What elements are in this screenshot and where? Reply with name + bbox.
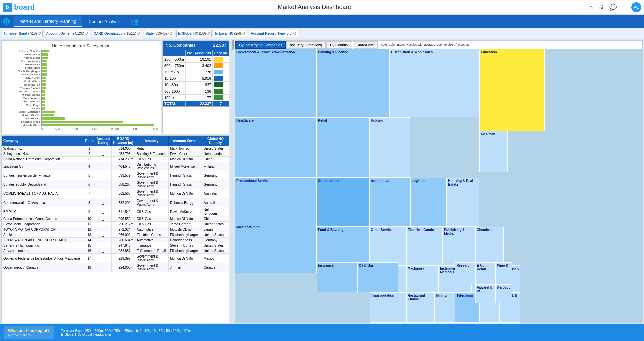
treemap-cell[interactable]: Healthcare — [235, 117, 317, 178]
treemap-cell[interactable]: Publishing & Media — [443, 227, 475, 265]
scrollbar[interactable] — [231, 39, 233, 324]
filter-turnover-refresh[interactable]: ↺ — [38, 31, 41, 36]
treemap-cell[interactable]: Housing & Real Estate — [447, 178, 479, 227]
filter-local-hq[interactable]: Is Local HQ(2/4) ↺ — [214, 30, 247, 37]
treemap-cell[interactable]: E-Comm Retail — [475, 262, 496, 284]
treemap-cell[interactable]: Logistics — [410, 178, 447, 227]
table-row: Berkshire Hathaway Inc. 15 _ 247.840m In… — [2, 243, 229, 248]
treemap-cell[interactable]: Wine & T — [496, 262, 512, 284]
nav-tab-market[interactable]: Market and Territory Planning — [14, 16, 82, 27]
treemap-cell[interactable]: Electrical Goods — [406, 227, 443, 265]
active-filters-text: Turnover Band: 250m-500m, 500m-750m, 750… — [61, 329, 640, 336]
filter-account-record-refresh[interactable]: ↺ — [293, 31, 297, 36]
table-row: Exxon Mobil Corporation 11 _ 290.212m Oi… — [2, 222, 229, 227]
treemap-cell[interactable]: Other Services — [370, 227, 406, 265]
treemap-cell[interactable]: Chemicals — [475, 227, 504, 265]
filter-owner-refresh[interactable]: ↺ — [85, 31, 88, 36]
treemap-cell[interactable]: Retail — [317, 117, 370, 178]
table-row: Commonwealth Of Australia 8 _ 332.209m G… — [2, 198, 229, 207]
table-row: BP P.L.C. 9 _ 311.542m Oil & Gas David M… — [2, 207, 229, 216]
table-row: Apple Inc. 13 _ 266.000m Electrical Good… — [2, 232, 229, 238]
table-row: Government of Canada 18 _ 224.000m Gover… — [2, 263, 229, 272]
treemap-tab-country[interactable]: By Country — [326, 41, 352, 49]
table-row: VOLKSWAGEN AKTIENGESELLSCHAFT 14 _ 260.6… — [2, 238, 229, 243]
user-avatar[interactable]: PC — [631, 2, 641, 12]
logo-b-icon: b — [3, 3, 12, 12]
navbar: 🌐 Market and Territory Planning Contact … — [0, 15, 644, 28]
treemap-tab-industry[interactable]: By Industry Nr Companies — [235, 41, 286, 49]
nav-tab-contact[interactable]: Contact Analysis — [83, 16, 126, 27]
data-table-panel: Company Rank Account Rating BOARD Revenu… — [1, 135, 229, 323]
page-title: Market Analysis Dashboard — [40, 4, 589, 11]
treemap-tabs: By Industry Nr Companies Industry (Datav… — [235, 41, 642, 49]
table-row: COMMONWEALTH OF AUSTRALIA 7 _ 362.565m G… — [2, 189, 229, 198]
filter-account-owner[interactable]: Account Owner(94/128) ↺ — [45, 30, 90, 37]
treemap-cell[interactable]: Apparel & W — [475, 284, 496, 303]
filter-turnover[interactable]: Turnover Band(7/10) ↺ — [2, 30, 43, 37]
treemap-cell[interactable]: Construction — [317, 178, 370, 227]
col-header-legend: Legend — [213, 50, 229, 56]
table-row: Lindström Oy 4 _ 404.540m Distribution &… — [2, 162, 229, 171]
col-header-accounts: No. Accounts — [186, 50, 213, 56]
treemap-cell[interactable]: Distribution & Wholesales — [390, 49, 479, 117]
info-box-title: What am I looking at? — [8, 328, 50, 333]
treemap-cell[interactable]: Government & Public Administration — [235, 49, 317, 117]
treemap-cell[interactable]: Oil & Gas — [357, 262, 398, 292]
treemap-cell[interactable]: Manufacturing — [235, 224, 317, 273]
treemap-cell[interactable]: No Profit — [479, 131, 508, 172]
treemap-cell[interactable]: Research — [455, 262, 476, 284]
filter-oard-refresh[interactable]: ↺ — [137, 31, 140, 36]
chart-bars — [41, 50, 158, 127]
table-row: Scheybeeck N.V. 2 _ 452.798m Banking & F… — [2, 151, 229, 157]
treemap-tab-industry-dataview[interactable]: Industry (Dataview) — [286, 41, 326, 49]
table-row: Walmart Inc. 1 _ 514.000m Retail Mark Jo… — [2, 146, 229, 151]
companies-row: 10b-50b 837 — [163, 82, 229, 88]
table-row: Bundesrepublik Deutschland 6 _ 388.268m … — [2, 180, 229, 189]
companies-row: 50b-100b 136 — [163, 88, 229, 95]
info-box-subtitle: (Active Filters) — [8, 333, 50, 337]
treemap-cell[interactable]: Holding — [370, 117, 410, 178]
filter-state[interactable]: State(339/452) ↺ — [144, 30, 174, 37]
logo-area: b board — [3, 3, 35, 12]
treemap-cell[interactable]: Education — [479, 49, 544, 131]
treemap-cell[interactable]: Insurance — [317, 262, 357, 292]
treemap-container: Government & Public AdministrationBankin… — [235, 49, 642, 323]
menu-icon[interactable]: ≡ — [622, 4, 626, 11]
bottom-bar: What am I looking at? (Active Filters) T… — [0, 324, 644, 341]
companies-title: No. Companies: — [165, 43, 197, 48]
filter-state-refresh[interactable]: ↺ — [169, 31, 173, 36]
filter-oard[interactable]: OARD Organization(15/15) ↺ — [92, 30, 142, 37]
treemap-cell[interactable]: Food & Beverage — [317, 227, 370, 262]
companies-count: 22.337 — [213, 43, 226, 48]
logo-text: board — [14, 3, 35, 12]
companies-row: 500m-750m 3.402 — [163, 63, 229, 69]
info-box: What am I looking at? (Active Filters) — [4, 326, 54, 339]
treemap-cell[interactable]: Restaurant Chains — [406, 292, 435, 306]
filter-local-hq-refresh[interactable]: ↺ — [242, 31, 245, 36]
data-table-scroll[interactable]: Company Rank Account Rating BOARD Revenu… — [2, 136, 229, 323]
treemap-cell[interactable]: Automotive — [370, 178, 410, 227]
globe-icon: 🌐 — [3, 18, 10, 25]
chat-icon[interactable]: 💬 — [609, 4, 617, 11]
filter-bar: Turnover Band(7/10) ↺ Account Owner(94/1… — [0, 28, 644, 39]
table-row: China National Petroleum Corporation 3 _… — [2, 157, 229, 162]
treemap-cell[interactable]: Transportation — [370, 292, 406, 323]
people-icon: 👥 — [130, 17, 139, 25]
top-bar: b board Market Analysis Dashboard ⌂ 🖨 💬 … — [0, 0, 644, 15]
treemap-cell[interactable]: Mining — [435, 292, 455, 323]
filter-global-hq-refresh[interactable]: ↺ — [207, 31, 210, 36]
chart-x-axis: 05001,0001,5002,0002,5003,000 — [41, 127, 158, 131]
filter-global-hq[interactable]: Is Global HQ(1/3) ↺ — [176, 30, 212, 37]
treemap-cell[interactable]: Professional Services — [235, 178, 317, 224]
filter-account-record[interactable]: Account Record Type(5/5) ↺ — [249, 30, 298, 37]
print-icon[interactable]: 🖨 — [598, 4, 604, 11]
treemap-tab-state[interactable]: State/Date — [353, 41, 378, 49]
treemap-cell[interactable]: Aerospc — [496, 284, 512, 303]
home-icon[interactable]: ⌂ — [589, 4, 593, 11]
companies-row: 1b-10b 5.916 — [163, 75, 229, 82]
treemap-panel: By Industry Nr Companies Industry (Datav… — [235, 40, 643, 323]
table-row: Amazon.com Inc. 16 _ 232.887m E-Commerce… — [2, 248, 229, 254]
chart-y-labels: Deborah ChantlerRyan WinterThomas Slater… — [4, 50, 41, 127]
companies-total-row: TOTAL 22.337 7 — [163, 101, 229, 107]
treemap-cell[interactable]: Banking & Finance — [317, 49, 390, 117]
